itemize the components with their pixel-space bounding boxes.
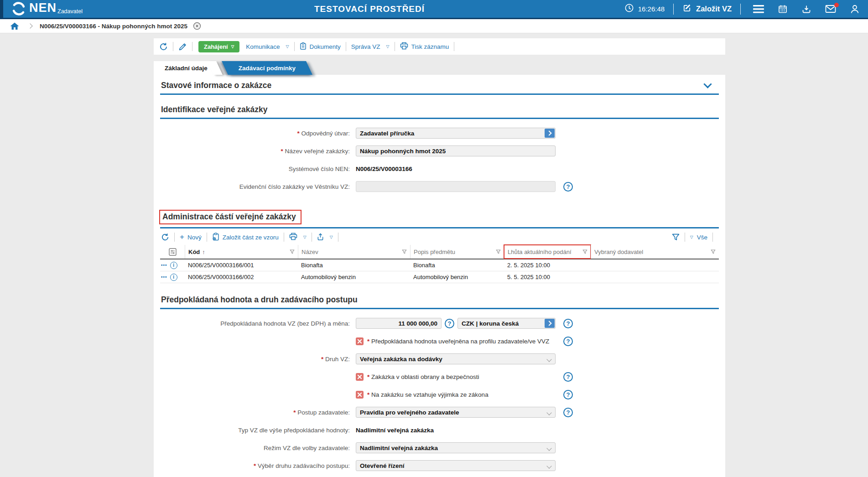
create-vz-button[interactable]: Založit VZ [682,3,732,15]
divider [673,4,674,15]
tab-bar: Základní údaje Zadávací podmínky [154,61,725,75]
info-icon[interactable] [170,262,177,269]
form-row: Evidenční číslo zakázky ve Věstníku VZ: … [160,181,719,192]
divider [346,42,346,51]
column-header-kod[interactable]: Kód ↑ [185,245,298,259]
cell-supplier [591,259,719,271]
open-picker-button[interactable] [545,319,555,328]
help-icon[interactable]: ? [563,337,573,346]
table-row[interactable]: N006/25/V00003166/001 Bionafta Bionafta … [160,259,719,271]
currency-picker[interactable]: CZK | koruna česká [457,318,556,329]
edit-pencil-icon[interactable] [178,42,187,51]
info-icon[interactable] [170,274,177,281]
field-label: Typ VZ dle výše předpokládané hodnoty: [160,427,350,434]
print-record-button[interactable]: Tisk záznamu [400,42,449,51]
management-dropdown[interactable]: Správa VZ [351,43,390,50]
column-header-lhuta-annotated[interactable]: Lhůta aktuálního podání [504,245,591,259]
cell-code: N006/25/V00003166/002 [185,271,298,283]
help-icon[interactable]: ? [563,319,573,328]
print-dropdown[interactable] [289,233,307,242]
nen-logo[interactable]: NEN Zadavatel [11,0,83,18]
cell-name: Bionafta [298,259,410,271]
column-chooser-icon[interactable] [160,245,185,259]
breadcrumb-item[interactable]: N006/25/V00003166 - Nákup pohonných hmot… [40,23,187,30]
value-form: Předpokládaná hodnota VZ (bez DPH) a měn… [160,309,719,471]
administration-section-header: Administrace částí veřejné zakázky [160,199,719,224]
identification-form: Odpovědný útvar: Zadavatel příručka Náze… [160,119,719,192]
open-picker-button[interactable] [545,129,555,138]
contract-kind-select[interactable]: Veřejná zakázka na dodávky [356,353,556,364]
column-filter-icon[interactable] [496,249,501,254]
time-value: 16:26:48 [638,5,665,13]
chevron-down-icon [546,410,551,415]
home-icon[interactable] [10,22,19,30]
refresh-icon[interactable] [159,42,168,51]
printer-icon [289,233,297,242]
main-column: Zahájení Komunikace Dokumenty Správa VZ [154,38,725,477]
estimated-value-input[interactable]: 11 000 000,00 [356,318,442,329]
column-header-nazev[interactable]: Název [298,245,410,259]
evidence-number-input[interactable] [356,181,556,192]
help-icon[interactable]: ? [563,408,573,417]
show-all-filter[interactable]: Vše [690,234,707,241]
menu-icon[interactable] [753,5,764,13]
form-row: Název veřejné zakázky: Nákup pohonných h… [160,145,719,156]
filter-funnel-icon[interactable] [672,233,680,241]
compose-icon [682,3,692,15]
checkbox-no-icon[interactable] [356,373,364,381]
communication-dropdown[interactable]: Komunikace [246,43,289,50]
divider [338,233,338,242]
export-dropdown[interactable] [317,233,333,242]
column-filter-icon[interactable] [711,249,716,254]
breadcrumb: N006/25/V00003166 - Nákup pohonných hmot… [0,19,868,33]
form-row: Postup zadavatele: Pravidla pro veřejnéh… [160,407,719,418]
field-label: Odpovědný útvar: [160,130,350,137]
help-icon[interactable]: ? [563,390,573,399]
form-row: Typ VZ dle výše předpokládané hodnoty: N… [160,425,719,436]
server-time: 16:26:48 [624,3,665,15]
chevron-down-icon [546,357,551,362]
checkbox-no-icon[interactable] [356,391,364,399]
tab-zadavaci-podminky[interactable]: Zadávací podmínky [225,61,309,75]
start-dropdown-button[interactable]: Zahájení [198,41,239,52]
field-label: Výběr druhu zadávacího postupu: [160,462,350,469]
create-part-from-template-button[interactable]: Založit část ze vzoru [212,233,279,242]
row-menu-icon[interactable] [161,275,167,280]
divider [712,233,713,242]
column-filter-icon[interactable] [290,249,295,254]
refresh-icon[interactable] [161,233,169,241]
help-icon[interactable]: ? [563,372,573,382]
tab-zakladni-udaje[interactable]: Základní údaje [154,61,216,75]
procedure-rules-select[interactable]: Pravidla pro veřejného zadavatele [356,407,556,418]
column-filter-icon[interactable] [402,249,407,254]
table-row[interactable]: N006/25/V00003166/002 Automobilový benzi… [160,271,719,283]
new-part-button[interactable]: Nový [180,234,202,241]
close-icon[interactable] [193,22,201,30]
divider [395,42,395,51]
responsible-unit-picker[interactable]: Zadavatel příručka [356,128,556,139]
checkbox-label: Na zakázku se vztahuje výjimka ze zákona [367,391,489,398]
user-icon[interactable] [850,4,860,14]
download-icon[interactable] [801,4,811,14]
cell-description: Bionafta [410,259,504,271]
documents-button[interactable]: Dokumenty [300,42,341,52]
row-menu-icon[interactable] [161,263,167,268]
calendar-icon[interactable] [778,4,788,14]
divider [294,42,295,51]
checkbox-no-icon[interactable] [356,337,364,345]
help-icon[interactable]: ? [563,182,573,192]
form-row: Druh VZ: Veřejná zakázka na dodávky [160,353,719,364]
column-header-popis[interactable]: Popis předmětu [410,245,504,259]
contract-name-input[interactable]: Nákup pohonných hmot 2025 [356,145,556,156]
procedure-type-select[interactable]: Otevřené řízení [356,460,556,471]
regime-select[interactable]: Nadlimitní veřejná zakázka [356,442,556,453]
column-header-dodavatel[interactable]: Vybraný dodavatel [591,245,719,259]
status-section-header: Stavové informace o zakázce [160,75,719,93]
column-filter-icon[interactable] [582,249,587,254]
section-title: Předpokládaná hodnota a druh zadávacího … [161,295,358,305]
chevron-down-icon[interactable] [703,80,712,88]
divider [192,42,192,51]
mail-icon[interactable] [825,5,836,13]
help-icon[interactable]: ? [445,319,454,328]
export-icon [317,233,324,242]
